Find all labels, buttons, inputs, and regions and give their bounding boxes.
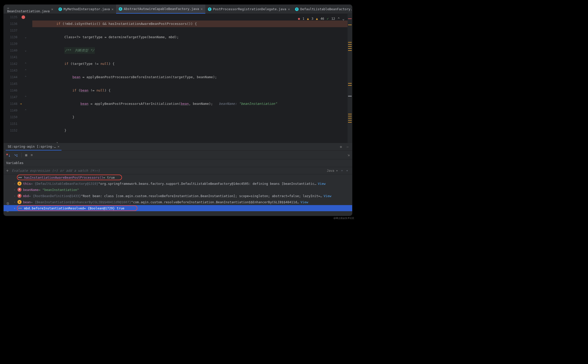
tab-label: PostProcessorRegistrationDelegate.java xyxy=(213,7,286,11)
line-number: 1146 xyxy=(4,87,17,94)
layout-icon[interactable]: ≡ xyxy=(31,153,33,157)
var-name: mbd xyxy=(23,194,29,198)
var-value: "com.aqin.custom.resolveBeforeInstantiat… xyxy=(131,200,299,204)
fold-end-icon[interactable]: ⌃ xyxy=(20,67,31,74)
editor-minimap[interactable] xyxy=(348,14,352,143)
chevron-up-icon[interactable]: ⌃ xyxy=(338,15,340,22)
var-value: = "beanInstantiation" xyxy=(38,188,79,192)
fold-icon[interactable]: ⌄ xyxy=(20,47,31,54)
variable-row[interactable]: 👓 hasInstantiationAwareBeanPostProcessor… xyxy=(4,174,352,180)
language-selector[interactable]: Java ▾ xyxy=(327,169,339,173)
step-into-icon[interactable]: ↘I xyxy=(14,153,18,157)
line-number: 1152 xyxy=(4,127,17,134)
fold-end-icon[interactable]: ⌃ xyxy=(20,74,31,80)
expand-icon[interactable]: › xyxy=(14,188,15,191)
chevron-down-icon[interactable]: ⌄ xyxy=(342,15,344,22)
variables-tree: ⧉ 👁 👓 hasInstantiationAwareBeanPostProce… xyxy=(4,174,352,211)
editor-tab-bar: …BeanInstantiation.java × C MyMethodInte… xyxy=(4,5,352,14)
close-icon[interactable]: × xyxy=(51,7,53,11)
gutter-icons: ⌄ ⌄ ⌃ ⌃ ⌃ ⌃ ➔ ⌃ xyxy=(20,14,31,143)
stop-watch-icon[interactable]: ✖⤓ xyxy=(6,153,11,157)
var-name: bean xyxy=(23,200,31,204)
param-icon: P xyxy=(17,194,22,198)
keyword: if xyxy=(73,88,77,92)
fold-icon[interactable]: ⌄ xyxy=(20,34,31,41)
expand-icon[interactable]: › xyxy=(14,201,15,204)
class-icon: C xyxy=(208,7,211,11)
fold-end-icon[interactable]: ⌃ xyxy=(20,107,31,114)
tab-my-method-interceptor[interactable]: C MyMethodInterceptor.java × xyxy=(56,5,116,14)
expand-icon[interactable]: › xyxy=(14,182,15,185)
expand-icon[interactable]: › xyxy=(14,195,15,197)
variable-row-selected[interactable]: › 👓 mbd.beforeInstantiationResolved = {B… xyxy=(4,205,352,211)
line-number: 1138 xyxy=(4,34,17,41)
field: bean xyxy=(181,102,189,106)
warning-count-1: 3 xyxy=(311,15,313,22)
line-number: 1135 xyxy=(4,14,17,21)
variable-row[interactable]: › ≡ this = {DefaultListableBeanFactory@1… xyxy=(4,180,352,187)
line-number: 1143 xyxy=(4,67,17,74)
fold-end-icon[interactable]: ⌃ xyxy=(20,94,31,100)
watch-expression-input[interactable]: + Evaluate expression (⏎) or add a watch… xyxy=(4,167,352,174)
variable-row[interactable]: › P beanName = "beanInstantiation" xyxy=(4,187,352,193)
view-link[interactable]: View xyxy=(300,200,308,204)
breakpoint-icon[interactable] xyxy=(22,15,25,19)
ok-count: 12 xyxy=(331,15,335,22)
gear-icon[interactable]: ⚙ xyxy=(339,145,343,149)
tab-default-listable-bean-factory[interactable]: C DefaultListableBeanFactory.java × xyxy=(292,5,352,14)
line-number: 1140 xyxy=(4,47,17,54)
close-icon[interactable]: × xyxy=(288,7,290,11)
class-icon: C xyxy=(295,7,299,11)
watermark: @稀土掘金技术社区 xyxy=(333,217,354,220)
keyword: null xyxy=(96,88,104,92)
line-number: 1142 xyxy=(4,60,17,67)
tab-label: DefaultListableBeanFactory.java xyxy=(300,7,352,11)
var-value: = {Boolean@1729} true xyxy=(84,206,124,210)
code-text: (targetType != xyxy=(68,62,100,66)
plus-icon[interactable]: + xyxy=(6,168,12,173)
line-number: 1149 xyxy=(4,107,17,114)
code-editor[interactable]: 1135 1136 1137 1138 1139 1140 1141 1142 … xyxy=(4,14,352,143)
code-text: = applyBeanPostProcessorsAfterInitializa… xyxy=(88,102,181,106)
debug-toolbar: ✖⤓ ↘I ▦ ≡ ⇲ xyxy=(4,151,352,159)
code-text: } xyxy=(56,142,58,143)
variables-header: Variables xyxy=(4,159,352,167)
tab-bean-instantiation[interactable]: …BeanInstantiation.java × xyxy=(5,5,56,14)
separator xyxy=(21,153,22,157)
inline-hint-value: "beanInstantiation" xyxy=(239,102,277,106)
export-icon[interactable]: ⇲ xyxy=(348,153,350,157)
debug-session-tab[interactable]: SE:spring-aqin [:spring-… × xyxy=(6,143,62,150)
variable-row[interactable]: › P mbd = {RootBeanDefinition@1433} "Roo… xyxy=(4,193,352,199)
glasses-icon: 👓 xyxy=(17,206,23,210)
inspection-summary[interactable]: ●1 ▲3 ▲46 ✓12 ⌃ ⌄ xyxy=(298,15,344,22)
var-type: = {DefaultListableBeanFactory@1319} xyxy=(31,182,98,186)
field: bean xyxy=(73,75,80,79)
line-number: 1150 xyxy=(4,114,17,120)
line-number-gutter: 1135 1136 1137 1138 1139 1140 1141 1142 … xyxy=(4,14,20,143)
error-icon: ● xyxy=(298,15,300,22)
var-value: = true xyxy=(103,176,115,179)
fold-end-icon[interactable]: ⌃ xyxy=(20,60,31,67)
keyword: if xyxy=(64,62,68,66)
expand-icon[interactable]: ▾ xyxy=(344,169,350,173)
variable-row[interactable]: › ≡ bean = {BeanInstantiation$$EnhancerB… xyxy=(4,199,352,205)
line-number: 1136 xyxy=(4,21,17,27)
add-watch-icon[interactable]: + xyxy=(339,169,344,173)
code-area[interactable]: if (!mbd.isSynthetic() && hasInstantiati… xyxy=(31,14,352,143)
view-link[interactable]: View xyxy=(324,194,331,198)
code-text: Class<?> targetType = determineTargetTyp… xyxy=(64,35,179,39)
expand-icon[interactable]: › xyxy=(14,207,15,210)
var-type: = {BeanInstantiation$$EnhancerByCGLIB$$4… xyxy=(31,200,131,204)
grid-icon[interactable]: ▦ xyxy=(25,153,27,157)
close-icon[interactable]: × xyxy=(111,7,114,11)
tab-abstract-autowire-factory[interactable]: C AbstractAutowireCapableBeanFactory.jav… xyxy=(116,5,205,14)
view-link[interactable]: View xyxy=(318,182,326,186)
tab-post-processor-delegate[interactable]: C PostProcessorRegistrationDelegate.java… xyxy=(205,5,292,14)
minimize-icon[interactable]: — xyxy=(346,145,350,149)
close-icon[interactable]: × xyxy=(57,145,59,148)
code-text: (!mbd.isSynthetic() && hasInstantiationA… xyxy=(60,22,197,26)
close-icon[interactable]: × xyxy=(201,7,203,11)
tab-label: …BeanInstantiation.java xyxy=(7,5,50,13)
tab-label: AbstractAutowireCapableBeanFactory.java xyxy=(124,7,199,11)
code-text: != xyxy=(88,88,96,92)
